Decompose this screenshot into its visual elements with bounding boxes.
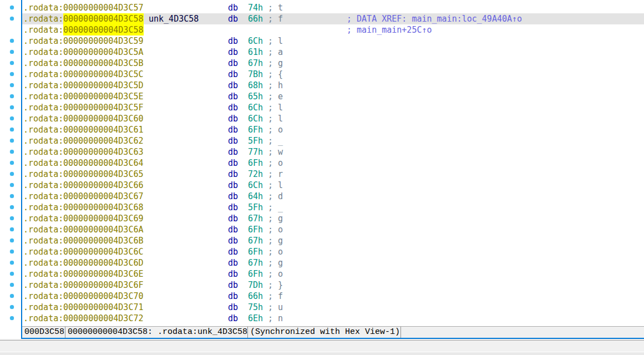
address-token[interactable]: 00000000004D3C6B bbox=[63, 235, 144, 246]
mnemonic-token[interactable]: db bbox=[228, 213, 238, 224]
mnemonic-token[interactable]: db bbox=[228, 36, 238, 47]
address-token[interactable]: 00000000004D3C63 bbox=[63, 146, 144, 158]
value-token[interactable]: 67h bbox=[248, 235, 263, 246]
value-token[interactable]: 6Fh bbox=[248, 246, 263, 257]
breakpoint-dot[interactable] bbox=[10, 61, 14, 65]
breakpoint-dot[interactable] bbox=[10, 105, 14, 109]
listing-row[interactable]: .rodata:00000000004D3C5Cdb7Bh; { bbox=[22, 69, 644, 80]
mnemonic-token[interactable]: db bbox=[228, 135, 238, 146]
address-token[interactable]: 00000000004D3C5B bbox=[63, 58, 144, 69]
breakpoint-dot[interactable] bbox=[10, 94, 14, 98]
value-token[interactable]: 65h bbox=[248, 91, 263, 102]
value-token[interactable]: 6Ch bbox=[248, 180, 263, 191]
listing-row[interactable]: .rodata:00000000004D3C5Adb61h; a bbox=[22, 47, 644, 58]
breakpoint-dot[interactable] bbox=[10, 17, 14, 21]
breakpoint-dot[interactable] bbox=[10, 72, 14, 76]
breakpoint-dot[interactable] bbox=[10, 161, 14, 165]
mnemonic-token[interactable]: db bbox=[228, 257, 238, 268]
breakpoint-dot[interactable] bbox=[10, 50, 14, 54]
mnemonic-token[interactable]: db bbox=[228, 69, 238, 80]
listing-row[interactable]: .rodata:00000000004D3C5Fdb6Ch; l bbox=[22, 102, 644, 113]
address-token[interactable]: 00000000004D3C5D bbox=[63, 80, 144, 91]
listing-row[interactable]: .rodata:00000000004D3C58unk_4D3C58db66h;… bbox=[22, 13, 644, 24]
value-token[interactable]: 64h bbox=[248, 191, 263, 202]
mnemonic-token[interactable]: db bbox=[228, 47, 238, 58]
listing-row[interactable]: .rodata:00000000004D3C5Bdb67h; g bbox=[22, 58, 644, 69]
mnemonic-token[interactable]: db bbox=[228, 158, 238, 169]
listing-row[interactable]: .rodata:00000000004D3C60db6Ch; l bbox=[22, 113, 644, 124]
mnemonic-token[interactable]: db bbox=[228, 146, 238, 158]
address-token[interactable]: 00000000004D3C5E bbox=[63, 91, 144, 102]
address-token[interactable]: 00000000004D3C69 bbox=[63, 213, 144, 224]
address-token[interactable]: 00000000004D3C6F bbox=[63, 280, 144, 291]
mnemonic-token[interactable]: db bbox=[228, 180, 238, 191]
mnemonic-token[interactable]: db bbox=[228, 291, 238, 302]
value-token[interactable]: 5Fh bbox=[248, 202, 263, 213]
address-token[interactable]: 00000000004D3C6E bbox=[63, 268, 144, 280]
listing-row[interactable]: .rodata:00000000004D3C6Edb6Fh; o bbox=[22, 268, 644, 280]
value-token[interactable]: 6Fh bbox=[248, 124, 263, 135]
breakpoint-dot[interactable] bbox=[10, 194, 14, 198]
listing-row[interactable]: .rodata:00000000004D3C63db77h; w bbox=[22, 146, 644, 158]
breakpoint-dot[interactable] bbox=[10, 128, 14, 131]
listing-row[interactable]: .rodata:00000000004D3C64db6Fh; o bbox=[22, 158, 644, 169]
listing-row[interactable]: .rodata:00000000004D3C5Ddb68h; h bbox=[22, 80, 644, 91]
address-token[interactable]: 00000000004D3C61 bbox=[63, 124, 144, 135]
breakpoint-dot[interactable] bbox=[10, 139, 14, 143]
breakpoint-dot[interactable] bbox=[10, 6, 14, 9]
mnemonic-token[interactable]: db bbox=[228, 113, 238, 124]
breakpoint-dot[interactable] bbox=[10, 150, 14, 154]
value-token[interactable]: 74h bbox=[248, 2, 263, 13]
mnemonic-token[interactable]: db bbox=[228, 246, 238, 257]
value-token[interactable]: 6Ch bbox=[248, 102, 263, 113]
value-token[interactable]: 68h bbox=[248, 80, 263, 91]
listing-row[interactable]: .rodata:00000000004D3C61db6Fh; o bbox=[22, 124, 644, 135]
listing-row[interactable]: .rodata:00000000004D3C68db5Fh; _ bbox=[22, 202, 644, 213]
address-token[interactable]: 00000000004D3C66 bbox=[63, 180, 144, 191]
address-token[interactable]: 00000000004D3C58 bbox=[63, 13, 144, 24]
value-token[interactable]: 72h bbox=[248, 169, 263, 180]
mnemonic-token[interactable]: db bbox=[228, 268, 238, 280]
value-token[interactable]: 6Fh bbox=[248, 268, 263, 280]
mnemonic-token[interactable]: db bbox=[228, 2, 238, 13]
disassembly-listing[interactable]: .rodata:00000000004D3C57db74h; t.rodata:… bbox=[22, 0, 644, 326]
mnemonic-token[interactable]: db bbox=[228, 13, 238, 24]
listing-row[interactable]: .rodata:00000000004D3C57db74h; t bbox=[22, 2, 644, 13]
listing-row[interactable]: .rodata:00000000004D3C65db72h; r bbox=[22, 169, 644, 180]
address-token[interactable]: 00000000004D3C5A bbox=[63, 47, 144, 58]
address-token[interactable]: 00000000004D3C72 bbox=[63, 313, 144, 324]
breakpoint-dot[interactable] bbox=[10, 227, 14, 231]
address-token[interactable]: 00000000004D3C70 bbox=[63, 291, 144, 302]
address-token[interactable]: 00000000004D3C58 bbox=[63, 24, 144, 36]
address-token[interactable]: 00000000004D3C62 bbox=[63, 135, 144, 146]
value-token[interactable]: 7Bh bbox=[248, 69, 263, 80]
address-token[interactable]: 00000000004D3C71 bbox=[63, 302, 144, 313]
value-token[interactable]: 66h bbox=[248, 291, 263, 302]
listing-row[interactable]: .rodata:00000000004D3C67db64h; d bbox=[22, 191, 644, 202]
listing-row[interactable]: .rodata:00000000004D3C59db6Ch; l bbox=[22, 36, 644, 47]
address-token[interactable]: 00000000004D3C60 bbox=[63, 113, 144, 124]
value-token[interactable]: 67h bbox=[248, 213, 263, 224]
value-token[interactable]: 67h bbox=[248, 257, 263, 268]
breakpoint-dot[interactable] bbox=[10, 283, 14, 287]
breakpoint-dot[interactable] bbox=[10, 294, 14, 298]
mnemonic-token[interactable]: db bbox=[228, 58, 238, 69]
mnemonic-token[interactable]: db bbox=[228, 91, 238, 102]
address-token[interactable]: 00000000004D3C67 bbox=[63, 191, 144, 202]
breakpoint-dot[interactable] bbox=[10, 39, 14, 43]
listing-row[interactable]: .rodata:00000000004D3C6Ddb67h; g bbox=[22, 257, 644, 268]
address-token[interactable]: 00000000004D3C68 bbox=[63, 202, 144, 213]
listing-row[interactable]: .rodata:00000000004D3C72db6Eh; n bbox=[22, 313, 644, 324]
value-token[interactable]: 6Ch bbox=[248, 113, 263, 124]
mnemonic-token[interactable]: db bbox=[228, 191, 238, 202]
listing-row[interactable]: .rodata:00000000004D3C71db75h; u bbox=[22, 302, 644, 313]
listing-row[interactable]: .rodata:00000000004D3C6Bdb67h; g bbox=[22, 235, 644, 246]
breakpoint-dot[interactable] bbox=[10, 183, 14, 187]
address-token[interactable]: 00000000004D3C6A bbox=[63, 224, 144, 235]
value-token[interactable]: 6Fh bbox=[248, 224, 263, 235]
value-token[interactable]: 61h bbox=[248, 47, 263, 58]
address-token[interactable]: 00000000004D3C65 bbox=[63, 169, 144, 180]
listing-row[interactable]: .rodata:00000000004D3C70db66h; f bbox=[22, 291, 644, 302]
address-token[interactable]: 00000000004D3C57 bbox=[63, 2, 144, 13]
value-token[interactable]: 5Fh bbox=[248, 135, 263, 146]
